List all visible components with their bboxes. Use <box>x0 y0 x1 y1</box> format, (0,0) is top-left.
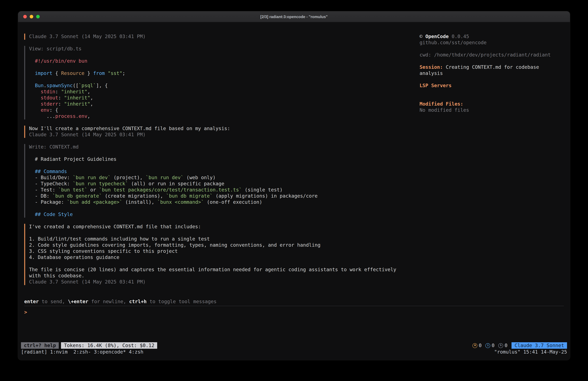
hint-count: 0 <box>504 342 507 349</box>
close-button[interactable] <box>23 15 27 18</box>
help-shortcut-badge: ctrl+? help <box>21 342 59 349</box>
terminal-content: Claude 3.7 Sonnet (14 May 2025 03:41 PM)… <box>18 22 570 360</box>
assistant-message-block: Now I'll create a comprehensive CONTEXT.… <box>24 126 413 138</box>
diagnostic-warning: W 0 <box>473 342 482 349</box>
status-bar: ctrl+? help Tokens: 16.4K (8%), Cost: $0… <box>21 342 567 349</box>
terminal-window: [2/3] radiant:3:opencode - "romulus" Cla… <box>18 11 570 360</box>
desktop: [2/3] radiant:3:opencode - "romulus" Cla… <box>0 0 588 381</box>
minimize-button[interactable] <box>30 15 33 18</box>
tool-message-block: View: script/db.ts #!/usr/bin/env bun im… <box>24 46 413 119</box>
chat-history[interactable]: Claude 3.7 Sonnet (14 May 2025 03:41 PM)… <box>24 34 413 291</box>
tokens-cost-badge: Tokens: 16.4K (8%), Cost: $0.12 <box>61 342 157 349</box>
tmux-session-info: "romulus" 15:41 14-May-25 <box>494 349 567 355</box>
info-count: 0 <box>492 342 495 349</box>
hint-icon: h <box>499 343 503 348</box>
assistant-message-block: I've created a comprehensive CONTEXT.md … <box>24 224 413 285</box>
session-sidebar: © OpenCode 0.0.45github.com/sst/opencode… <box>420 34 565 113</box>
model-badge: Claude 3.7 Sonnet <box>512 342 567 349</box>
message-input[interactable]: > <box>24 306 564 342</box>
diagnostic-info: i 0 <box>485 342 495 349</box>
window-title: [2/3] radiant:3:opencode - "romulus" <box>260 14 328 19</box>
tmux-status-bar: [radiant] 1:nvim 2:zsh- 3:opencode* 4:zs… <box>21 349 567 355</box>
diagnostic-hint: h 0 <box>499 342 507 349</box>
warning-icon: W <box>473 343 478 348</box>
tool-message-block: Write: CONTEXT.md # Radiant Project Guid… <box>24 144 413 218</box>
warning-count: 0 <box>479 342 482 349</box>
traffic-lights <box>23 11 40 22</box>
info-icon: i <box>485 343 490 348</box>
window-titlebar[interactable]: [2/3] radiant:3:opencode - "romulus" <box>18 11 570 22</box>
assistant-message-block: Claude 3.7 Sonnet (14 May 2025 03:41 PM) <box>24 34 413 40</box>
tmux-window-list[interactable]: [radiant] 1:nvim 2:zsh- 3:opencode* 4:zs… <box>21 349 144 355</box>
zoom-button[interactable] <box>36 15 40 18</box>
keybinding-hint: enter to send, \+enter for newline, ctrl… <box>24 299 216 305</box>
prompt-chevron: > <box>24 306 564 315</box>
